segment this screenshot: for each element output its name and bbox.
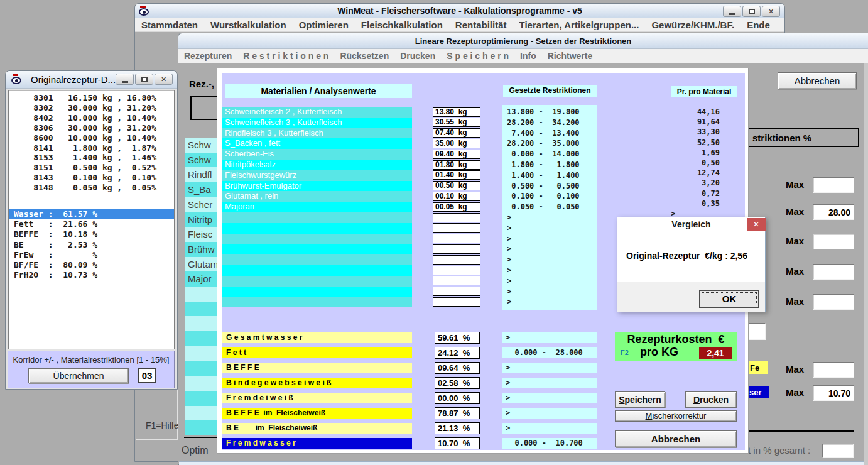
material-kg-input[interactable]: 13.80 kg (433, 107, 480, 117)
material-row-empty[interactable] (222, 265, 412, 276)
analysis-value-input[interactable]: 09.64 % (435, 362, 480, 374)
recipe-listbox[interactable]: 8301 16.150 kg , 16.80% 8302 30.000 kg ,… (8, 90, 175, 349)
max-input[interactable] (813, 234, 854, 249)
menu-item-wurstkalkulation[interactable]: Wurstkalkulation (204, 19, 293, 30)
analysis-value-input[interactable]: 21.13 % (435, 422, 480, 434)
recipe-line[interactable]: 8153 1.400 kg , 1.46% (9, 153, 174, 163)
recipe-line[interactable]: 8301 16.150 kg , 16.80% (9, 93, 174, 103)
analysis-value-input[interactable]: 02.58 % (435, 377, 480, 389)
analysis-line[interactable]: FrEw : % (9, 250, 174, 260)
optimization-window-titlebar[interactable]: Lineare Rezepturoptimierung - Setzen der… (178, 33, 868, 49)
analysis-line[interactable]: BEFFE : 10.18 % (9, 229, 174, 239)
apply-button[interactable]: Übernehmen (28, 368, 129, 383)
max-input[interactable] (813, 177, 854, 193)
material-kg-input[interactable]: 01.40 kg (433, 170, 480, 180)
minimize-button[interactable] (116, 74, 134, 85)
menu-item-rentabilität[interactable]: Rentabilität (449, 19, 513, 30)
close-button[interactable]: ✕ (155, 74, 173, 85)
cancel-button[interactable]: Abbrechen (615, 430, 737, 447)
material-kg-input[interactable] (433, 297, 480, 307)
corridor-value-input[interactable]: 03 (138, 368, 156, 383)
material-row[interactable]: Glutamat , rein (222, 191, 412, 202)
analysis-value-input[interactable]: 24.12 % (435, 347, 480, 359)
max-input[interactable] (813, 264, 854, 280)
recipe-line[interactable]: 8600 10.000 kg , 10.40% (9, 133, 174, 143)
analysis-value-input[interactable]: 59.61 % (435, 332, 480, 344)
menu-item-richtwerte[interactable]: Richtwerte (542, 51, 599, 61)
menu-item-r-e-s-t-r-i-k-t-i-o-n-e-n[interactable]: R e s t r i k t i o n e n (237, 51, 334, 61)
max-input[interactable]: 10.70 (813, 385, 854, 401)
material-row-empty[interactable] (222, 234, 412, 244)
analysis-value-input[interactable]: 10.70 % (435, 437, 480, 449)
material-kg-input[interactable]: 35.00 kg (433, 139, 480, 148)
analysis-line[interactable]: Fett : 21.66 % (9, 219, 174, 229)
recipe-line[interactable]: 8143 0.100 kg , 0.10% (9, 173, 174, 183)
close-button[interactable]: ✕ (747, 218, 766, 231)
recipe-line[interactable]: 8306 30.000 kg , 31.20% (9, 123, 174, 133)
menu-item-drucken[interactable]: Drucken (394, 51, 441, 61)
close-button[interactable]: ✕ (762, 6, 780, 17)
analysis-line[interactable]: BF/FE : 80.09 % (9, 260, 174, 270)
menu-item-gewürze-khm-bf[interactable]: Gewürze/KHM./BF. (645, 19, 741, 30)
recipe-line[interactable]: 8302 30.000 kg , 31.20% (9, 103, 174, 113)
material-kg-input[interactable] (433, 244, 480, 254)
material-kg-input[interactable]: 01.80 kg (433, 160, 480, 170)
max-input[interactable] (813, 294, 854, 310)
material-row[interactable]: Fleischwurstgewürz (222, 170, 412, 181)
material-row[interactable]: Schweinefleisch 3 , Kutterfleisch (222, 118, 412, 128)
menu-item-s-p-e-i-c-h-e-r-n[interactable]: S p e i c h e r n (441, 51, 514, 61)
material-kg-input[interactable] (433, 266, 480, 275)
abort-button[interactable]: Abbrechen (778, 72, 857, 89)
main-window-titlebar[interactable]: WinMeat - Fleischersoftware - Kalkulatio… (135, 4, 784, 18)
analysis-value-input[interactable]: 78.87 % (435, 407, 480, 419)
material-row[interactable]: Nitritpökelsalz (222, 160, 412, 170)
mixer-correction-button[interactable]: Mischerkorrektur (615, 410, 737, 422)
material-kg-input[interactable] (433, 255, 480, 265)
material-kg-input[interactable]: 00.50 kg (433, 181, 480, 190)
material-kg-input[interactable] (433, 223, 480, 232)
material-row-empty[interactable] (222, 223, 412, 234)
analysis-line[interactable]: Wasser : 61.57 % (9, 209, 174, 219)
material-row-empty[interactable] (222, 212, 412, 223)
restore-button[interactable] (135, 74, 153, 85)
material-row[interactable]: Scherben-Eis (222, 149, 412, 160)
material-row-empty[interactable] (222, 297, 412, 307)
recipe-line[interactable]: 8141 1.800 kg , 1.87% (9, 143, 174, 153)
material-kg-input[interactable] (433, 213, 480, 222)
material-row[interactable]: Schweinefleisch 2 , Kutterfleisch (222, 107, 412, 118)
material-kg-input[interactable]: 07.40 kg (433, 128, 480, 138)
material-kg-input[interactable] (433, 287, 480, 296)
material-kg-input[interactable]: 00.10 kg (433, 192, 480, 201)
original-recipe-titlebar[interactable]: Originalrezeptur-D... ✕ (6, 71, 177, 89)
max-input[interactable] (813, 362, 854, 378)
recipe-line[interactable]: 8148 0.050 kg , 0.05% (9, 183, 174, 193)
ok-button[interactable]: OK (699, 290, 759, 308)
material-kg-input[interactable] (433, 234, 480, 243)
menu-item-optimieren[interactable]: Optimieren (293, 19, 355, 30)
menu-item-fleischkalkulation[interactable]: Fleischkalkulation (355, 19, 449, 30)
material-row[interactable]: S_Backen , fett (222, 138, 412, 149)
material-row[interactable]: Rindfleisch 3 , Kutterfleisch (222, 128, 412, 139)
material-kg-input[interactable]: 00.05 kg (433, 202, 480, 212)
analysis-line[interactable]: BE : 2.53 % (9, 240, 174, 250)
menu-item-ende[interactable]: Ende (741, 19, 776, 30)
material-row-empty[interactable] (222, 244, 412, 254)
menu-item-rücksetzen[interactable]: Rücksetzen (334, 51, 394, 61)
save-button[interactable]: Speichern (615, 391, 665, 408)
print-button[interactable]: Drucken (685, 391, 737, 408)
analysis-line[interactable]: FrH2O : 10.73 % (9, 270, 174, 280)
analysis-value-input[interactable]: 00.00 % (435, 392, 480, 404)
material-kg-input[interactable] (433, 276, 480, 285)
material-row[interactable]: Brühwurst-Emulgator (222, 181, 412, 192)
menu-item-rezepturen[interactable]: Rezepturen (178, 51, 237, 61)
material-kg-input[interactable]: 30.55 kg (433, 118, 480, 127)
percent-total-input[interactable] (822, 444, 854, 458)
recipe-line[interactable]: 8402 10.000 kg , 10.40% (9, 113, 174, 123)
menu-item-tierarten-artikelgruppen[interactable]: Tierarten, Artikelgruppen... (513, 19, 646, 30)
menu-item-info[interactable]: Info (514, 51, 542, 61)
material-row[interactable]: Majoran (222, 202, 412, 212)
material-kg-input[interactable]: 09.40 kg (433, 150, 480, 159)
recipe-line[interactable]: 8151 0.500 kg , 0.52% (9, 163, 174, 173)
material-row-empty[interactable] (222, 276, 412, 287)
maximize-button[interactable] (742, 6, 761, 17)
